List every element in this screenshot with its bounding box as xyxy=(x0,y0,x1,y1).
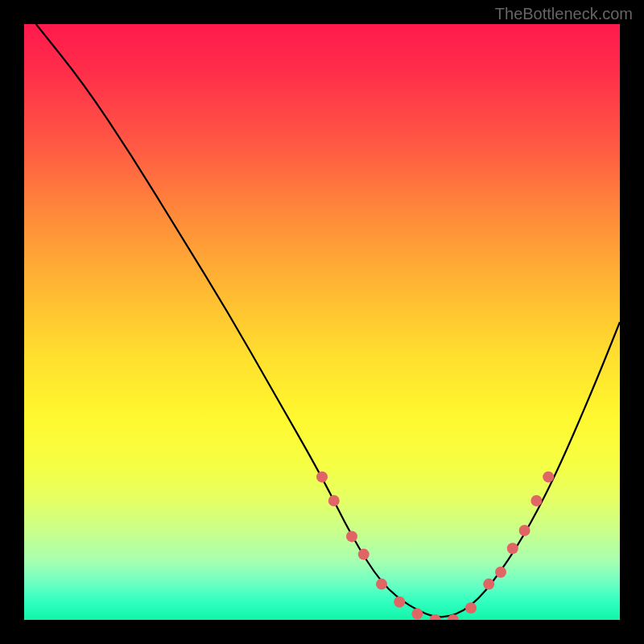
chart-svg xyxy=(24,24,620,620)
bottleneck-curve-path xyxy=(36,24,620,617)
highlight-dot xyxy=(507,543,518,554)
highlight-dot xyxy=(530,495,542,506)
highlight-dot xyxy=(495,567,506,578)
highlight-dot xyxy=(483,579,494,590)
highlight-dot xyxy=(376,579,387,590)
highlight-dot xyxy=(316,471,328,482)
highlight-dot xyxy=(394,597,405,608)
highlight-dot xyxy=(448,614,459,620)
highlight-dot xyxy=(465,602,477,613)
highlight-dot xyxy=(328,495,340,506)
highlight-dot xyxy=(358,549,369,560)
highlight-dot xyxy=(411,609,423,620)
highlight-dot xyxy=(543,471,554,482)
highlight-dot xyxy=(346,530,357,542)
highlight-dot xyxy=(519,525,530,536)
watermark-text: TheBottleneck.com xyxy=(495,5,633,23)
plot-area xyxy=(24,24,620,620)
